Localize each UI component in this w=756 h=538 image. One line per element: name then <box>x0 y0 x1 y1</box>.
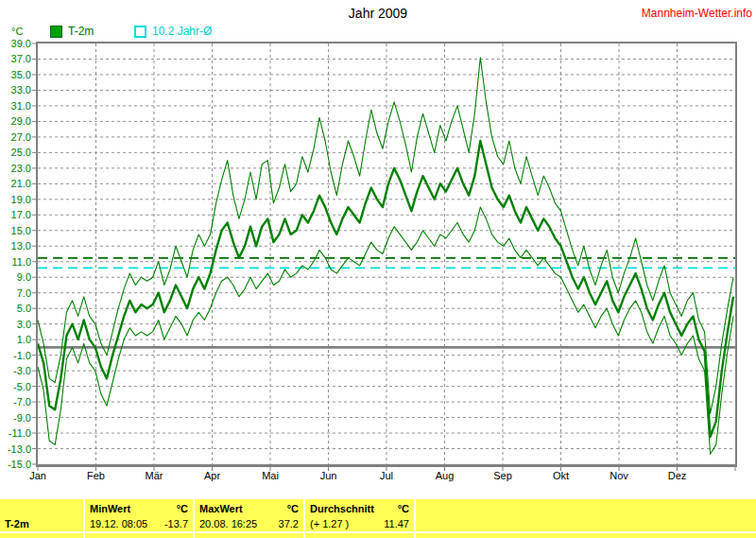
maxwert-datetime: 20.08. 16:25 <box>199 516 257 531</box>
brand-text: Mannheim-Wetter.info <box>642 7 752 20</box>
y-axis-tick-label: 37.0 <box>0 53 31 64</box>
legend-item-t2m: T-2m <box>50 25 94 38</box>
y-axis-tick-label: -3.0 <box>0 365 31 376</box>
y-axis-tick-label: -13.0 <box>0 443 31 455</box>
y-axis-tick-label: -1.0 <box>0 350 31 361</box>
y-axis-tick-label: -9.0 <box>0 412 31 424</box>
table-cell-durchschnitt: Durchschnitt °C (+ 1.27 ) 11.47 <box>305 499 414 531</box>
x-axis-month-label: Nov <box>600 470 638 481</box>
y-axis-tick-label: 35.0 <box>0 69 31 80</box>
legend-t2m-label: T-2m <box>68 25 94 38</box>
durchschnitt-anomaly: (+ 1.27 ) <box>310 516 349 531</box>
table-cell-rowlabel: T-2m <box>0 499 83 531</box>
series-t2m-mittel <box>38 141 733 437</box>
x-axis-month-label: Jun <box>310 470 348 481</box>
maxwert-header: MaxWert <box>199 501 243 516</box>
table-cell-minwert: MinWert °C 19.12. 08:05 -13.7 <box>85 499 193 531</box>
y-axis-tick-label: 27.0 <box>0 131 31 143</box>
y-axis-tick-label: 13.0 <box>0 240 31 252</box>
table-partial-cell <box>305 533 414 538</box>
y-axis-tick-label: 39.0 <box>0 38 31 49</box>
x-axis-month-label: Mär <box>135 470 173 481</box>
x-axis-month-label: Jan <box>19 470 57 481</box>
table-partial-row-label: Max.Wert <box>0 533 83 538</box>
jahresmittel-swatch-icon <box>134 26 146 38</box>
y-axis-tick-label: 31.0 <box>0 100 31 112</box>
y-axis-tick-label: -15.0 <box>0 459 31 470</box>
x-axis-month-label: Feb <box>77 470 115 481</box>
y-axis-tick-label: 21.0 <box>0 178 31 189</box>
series-t2m-tagesmax <box>38 58 733 414</box>
x-axis-month-label: Aug <box>426 470 464 481</box>
y-axis-tick-label: 3.0 <box>0 319 31 330</box>
y-axis-tick-label: 33.0 <box>0 84 31 95</box>
minwert-value: -13.7 <box>164 516 188 531</box>
y-axis-tick-label: 5.0 <box>0 303 31 314</box>
x-axis-month-label: Mai <box>251 470 289 481</box>
legend-jahresmittel-label: 10.2 Jahr-Ø <box>152 25 212 38</box>
table-partial-cell <box>195 533 303 538</box>
table-cell-maxwert: MaxWert °C 20.08. 16:25 37.2 <box>195 499 303 531</box>
y-axis-unit-label: °C <box>11 26 23 37</box>
table-row-label: T-2m <box>0 516 83 531</box>
statistics-table: T-2m MinWert °C 19.12. 08:05 -13.7 MaxWe… <box>0 499 756 538</box>
legend-item-jahresmittel: 10.2 Jahr-Ø <box>134 25 212 38</box>
y-axis-tick-label: 7.0 <box>0 287 31 299</box>
table-partial-cell <box>416 533 756 538</box>
y-axis-tick-label: 17.0 <box>0 209 31 220</box>
x-axis-month-label: Sep <box>484 470 522 481</box>
table-rowlabel-spacer <box>0 499 83 516</box>
y-axis-tick-label: -7.0 <box>0 396 31 408</box>
minwert-header: MinWert <box>90 501 130 516</box>
y-axis-tick-label: 11.0 <box>0 256 31 268</box>
y-axis-tick-label: 1.0 <box>0 334 31 345</box>
durchschnitt-value: 11.47 <box>384 516 409 531</box>
y-axis-tick-label: 19.0 <box>0 194 31 205</box>
minwert-datetime: 19.12. 08:05 <box>90 516 147 531</box>
y-axis-tick-label: 15.0 <box>0 225 31 236</box>
y-axis-tick-label: 9.0 <box>0 271 31 283</box>
x-axis-month-label: Okt <box>542 470 580 481</box>
y-axis-tick-label: -11.0 <box>0 427 31 439</box>
x-axis-month-label: Jul <box>368 470 405 481</box>
durchschnitt-unit: °C <box>398 501 409 516</box>
durchschnitt-header: Durchschnitt <box>310 501 374 516</box>
y-axis-tick-label: -5.0 <box>0 381 31 392</box>
table-partial-cell <box>85 533 193 538</box>
maxwert-unit: °C <box>287 501 299 516</box>
x-axis-month-label: Apr <box>194 470 232 481</box>
maxwert-value: 37.2 <box>279 516 299 531</box>
y-axis-tick-label: 25.0 <box>0 147 31 158</box>
minwert-unit: °C <box>177 501 188 516</box>
temperature-chart <box>0 0 756 494</box>
y-axis-tick-label: 23.0 <box>0 163 31 174</box>
t2m-series-swatch-icon <box>50 26 62 38</box>
table-cell-empty <box>416 499 756 531</box>
y-axis-tick-label: 29.0 <box>0 115 31 127</box>
x-axis-month-label: Dez <box>659 470 696 481</box>
